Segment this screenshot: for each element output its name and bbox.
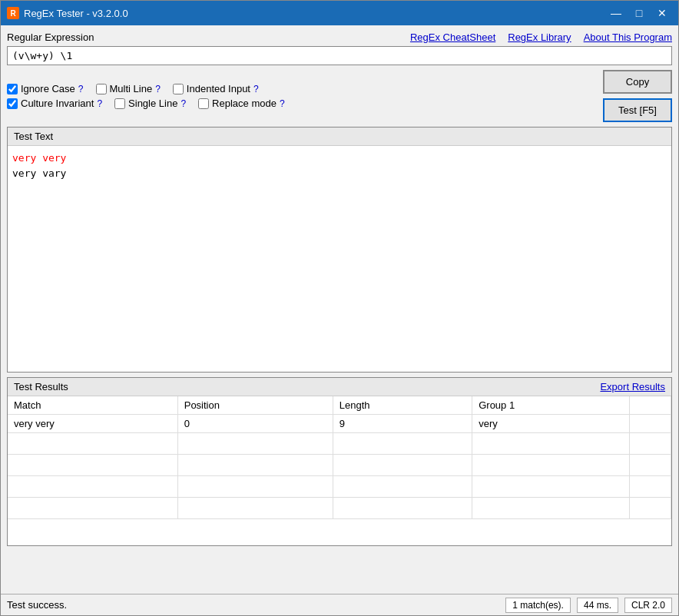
culture-invariant-help[interactable]: ? <box>97 98 102 109</box>
test-button[interactable]: Test [F5] <box>603 98 672 122</box>
replace-mode-label[interactable]: Replace mode ? <box>198 98 285 109</box>
status-bar: Test success. 1 match(es). 44 ms. CLR 2.… <box>1 594 678 615</box>
results-table: Match Position Length Group 1 very very … <box>8 396 671 519</box>
buttons-area: Copy Test [F5] <box>603 70 672 122</box>
replace-mode-checkbox[interactable] <box>198 98 209 109</box>
regex-header: Regular Expression RegEx CheatSheet RegE… <box>7 31 672 43</box>
status-clr: CLR 2.0 <box>624 598 672 613</box>
result-group1: very <box>472 415 629 433</box>
regex-label: Regular Expression <box>7 31 94 43</box>
table-row-empty1 <box>8 433 671 455</box>
status-message: Test success. <box>7 599 67 611</box>
indented-input-label[interactable]: Indented Input ? <box>173 83 259 94</box>
indented-input-help[interactable]: ? <box>253 84 259 94</box>
single-line-help[interactable]: ? <box>181 98 186 109</box>
test-text-normal: very vary <box>12 167 66 179</box>
test-text-header: Test Text <box>8 128 671 146</box>
results-header: Test Results Export Results <box>8 378 671 396</box>
status-matches: 1 match(es). <box>505 598 571 613</box>
regex-input[interactable] <box>7 46 672 65</box>
single-line-checkbox[interactable] <box>114 98 125 109</box>
table-row-empty2 <box>8 455 671 476</box>
close-button[interactable]: ✕ <box>652 5 672 21</box>
ignore-case-checkbox[interactable] <box>7 84 18 94</box>
multi-line-help[interactable]: ? <box>155 84 161 94</box>
title-bar: R RegEx Tester - v3.2.0.0 — □ ✕ <box>1 1 678 25</box>
result-length: 9 <box>333 415 472 433</box>
minimize-button[interactable]: — <box>606 5 626 21</box>
culture-invariant-checkbox[interactable] <box>7 98 18 109</box>
ignore-case-help[interactable]: ? <box>78 84 84 94</box>
options-row: Ignore Case ? Multi Line ? Indented Inpu… <box>7 70 672 122</box>
status-right: 1 match(es). 44 ms. CLR 2.0 <box>505 598 672 613</box>
replace-mode-text: Replace mode <box>212 98 277 109</box>
maximize-button[interactable]: □ <box>629 5 649 21</box>
export-results-link[interactable]: Export Results <box>600 381 665 392</box>
culture-invariant-text: Culture Invariant <box>21 98 94 109</box>
options-row1: Ignore Case ? Multi Line ? Indented Inpu… <box>7 83 285 94</box>
test-text-line2: very vary <box>12 166 667 181</box>
window-controls: — □ ✕ <box>606 5 672 21</box>
results-header-row: Match Position Length Group 1 <box>8 396 671 415</box>
app-icon-label: R <box>10 9 15 18</box>
cheatsheet-link[interactable]: RegEx CheatSheet <box>410 31 495 43</box>
main-window: R RegEx Tester - v3.2.0.0 — □ ✕ Regular … <box>0 0 679 616</box>
table-row-empty3 <box>8 476 671 498</box>
window-title: RegEx Tester - v3.2.0.0 <box>24 8 606 19</box>
col-group1: Group 1 <box>472 396 629 415</box>
test-text-match: very very <box>12 152 66 164</box>
regex-section: Regular Expression RegEx CheatSheet RegE… <box>7 31 672 122</box>
library-link[interactable]: RegEx Library <box>508 31 571 43</box>
result-match: very very <box>8 415 177 433</box>
col-length: Length <box>333 396 472 415</box>
options-row2: Culture Invariant ? Single Line ? Replac… <box>7 98 285 109</box>
test-text-area[interactable]: very very very vary <box>8 146 671 372</box>
status-time: 44 ms. <box>577 598 618 613</box>
culture-invariant-label[interactable]: Culture Invariant ? <box>7 98 102 109</box>
table-row: very very 0 9 very <box>8 415 671 433</box>
test-text-line1: very very <box>12 151 667 166</box>
results-section: Test Results Export Results Match Positi… <box>7 377 672 546</box>
indented-input-text: Indented Input <box>187 83 250 94</box>
multi-line-label[interactable]: Multi Line ? <box>96 83 161 94</box>
single-line-text: Single Line <box>128 98 177 109</box>
options-left: Ignore Case ? Multi Line ? Indented Inpu… <box>7 83 285 109</box>
result-extra <box>629 415 671 433</box>
about-link[interactable]: About This Program <box>584 31 672 43</box>
multi-line-checkbox[interactable] <box>96 84 107 94</box>
result-position: 0 <box>177 415 333 433</box>
ignore-case-label[interactable]: Ignore Case ? <box>7 83 84 94</box>
col-position: Position <box>177 396 333 415</box>
table-row-empty4 <box>8 498 671 519</box>
nav-links: RegEx CheatSheet RegEx Library About Thi… <box>410 31 672 43</box>
test-text-section: Test Text very very very vary <box>7 127 672 373</box>
single-line-label[interactable]: Single Line ? <box>114 98 186 109</box>
indented-input-checkbox[interactable] <box>173 84 184 94</box>
content-area: Regular Expression RegEx CheatSheet RegE… <box>1 25 678 594</box>
multi-line-text: Multi Line <box>110 83 153 94</box>
app-icon: R <box>7 7 19 19</box>
results-label: Test Results <box>14 381 68 392</box>
col-match: Match <box>8 396 177 415</box>
ignore-case-text: Ignore Case <box>21 83 75 94</box>
col-extra <box>629 396 671 415</box>
copy-button[interactable]: Copy <box>603 70 672 94</box>
replace-mode-help[interactable]: ? <box>280 98 285 109</box>
